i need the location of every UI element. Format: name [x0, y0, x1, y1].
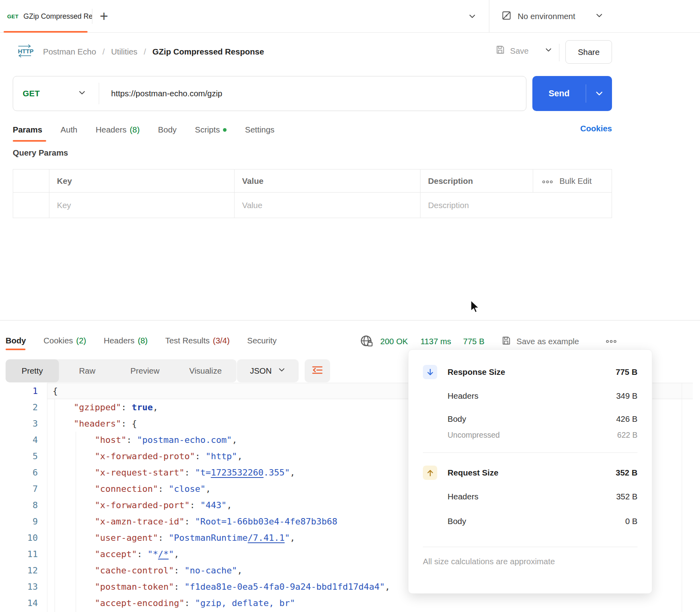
code-text: "host": "postman-echo.com",: [53, 432, 237, 448]
response-headers-label: Headers: [448, 391, 479, 401]
response-body-size: 426 B: [616, 414, 637, 424]
column-header-description: Description: [428, 170, 473, 193]
tab-count-badge: (8): [130, 125, 140, 134]
bulk-edit-button[interactable]: Bulk Edit: [542, 170, 592, 193]
language-selector[interactable]: JSON: [237, 359, 299, 382]
line-number[interactable]: 10: [0, 530, 38, 546]
language-chevron-icon: [278, 366, 285, 376]
line-number[interactable]: 4: [0, 432, 38, 448]
size-approximate-note: All size calculations are approximate: [423, 557, 555, 566]
value-input[interactable]: Value: [242, 193, 262, 218]
svg-text:HTTP: HTTP: [18, 48, 33, 55]
bulk-edit-label: Bulk Edit: [559, 176, 592, 186]
view-mode-visualize[interactable]: Visualize: [174, 359, 237, 382]
method-chevron-icon[interactable]: [78, 89, 86, 99]
tab-params[interactable]: Params: [13, 125, 42, 134]
code-line-14: 14 "accept-encoding": "gzip, deflate, br…: [0, 595, 700, 611]
tab-method-badge: GET: [7, 14, 19, 19]
more-dots-icon: [542, 176, 553, 186]
save-options-chevron-icon[interactable]: [545, 46, 552, 56]
breadcrumb-folder[interactable]: Utilities: [111, 47, 137, 57]
tab-label: Body: [6, 336, 26, 345]
format-wrap-button[interactable]: [305, 359, 330, 382]
code-text: {: [53, 383, 58, 399]
table-header-row: [13, 170, 612, 193]
tab-label: Cookies: [43, 336, 73, 345]
share-button[interactable]: Share: [565, 40, 612, 64]
tab-label: Headers: [96, 125, 127, 134]
format-icon: [311, 365, 323, 377]
tab-body[interactable]: Body: [158, 125, 177, 134]
tab-count-badge: (2): [76, 336, 86, 345]
request-tabs: ParamsAuthHeaders(8)BodyScriptsSettings: [13, 119, 274, 141]
line-number[interactable]: 9: [0, 513, 38, 530]
tab-headers[interactable]: Headers(8): [104, 336, 148, 345]
method-selector[interactable]: GET: [23, 89, 40, 98]
tab-label: Params: [13, 125, 42, 134]
environment-selector[interactable]: No environment: [501, 0, 603, 33]
code-text: "gzipped": true,: [53, 399, 158, 415]
url-input[interactable]: https://postman-echo.com/gzip: [111, 89, 222, 98]
url-divider: [99, 83, 99, 104]
network-info-icon[interactable]: [360, 333, 374, 350]
line-number[interactable]: 12: [0, 562, 38, 579]
line-number[interactable]: 3: [0, 415, 38, 432]
request-headers-label: Headers: [448, 492, 479, 501]
code-text: "user-agent": "PostmanRuntime/7.41.1",: [53, 530, 295, 546]
line-number[interactable]: 14: [0, 595, 38, 611]
http-request-icon: HTTP: [16, 43, 33, 61]
line-number[interactable]: 6: [0, 464, 38, 481]
tab-cookies[interactable]: Cookies(2): [43, 336, 86, 345]
tab-settings[interactable]: Settings: [245, 125, 274, 134]
view-mode-pretty[interactable]: Pretty: [6, 359, 59, 382]
request-body-label: Body: [448, 516, 466, 526]
tab-list-chevron-icon[interactable]: [468, 12, 476, 22]
send-label: Send: [532, 89, 586, 99]
breadcrumb: HTTP Postman Echo / Utilities / GZip Com…: [16, 41, 264, 62]
response-size-badge[interactable]: 775 B: [463, 333, 485, 350]
line-number[interactable]: 5: [0, 448, 38, 464]
tab-label: Settings: [245, 125, 274, 134]
new-tab-button[interactable]: +: [97, 9, 111, 24]
response-time-badge[interactable]: 1137 ms: [420, 333, 451, 350]
code-text: "x-forwarded-proto": "http",: [53, 448, 242, 464]
breadcrumb-workspace[interactable]: Postman Echo: [43, 47, 96, 57]
line-number[interactable]: 1: [0, 383, 38, 399]
request-url-bar: GET https://postman-echo.com/gzip: [13, 76, 526, 111]
pane-divider[interactable]: [0, 320, 700, 321]
tab-test-results[interactable]: Test Results(3/4): [165, 336, 230, 345]
response-status-badge[interactable]: 200 OK: [380, 333, 408, 350]
share-label: Share: [578, 47, 600, 57]
tab-headers[interactable]: Headers(8): [96, 125, 140, 134]
description-input[interactable]: Description: [428, 193, 469, 218]
line-number[interactable]: 8: [0, 497, 38, 513]
view-mode-raw[interactable]: Raw: [59, 359, 115, 382]
request-tab[interactable]: GET GZip Compressed Respo: [7, 0, 92, 33]
tab-label: Scripts: [195, 125, 220, 134]
line-number[interactable]: 2: [0, 399, 38, 415]
line-number[interactable]: 11: [0, 546, 38, 562]
environment-chevron-icon: [595, 12, 603, 21]
cookies-link[interactable]: Cookies: [580, 124, 612, 133]
key-input[interactable]: Key: [57, 193, 71, 218]
code-text: "x-forwarded-port": "443",: [53, 497, 232, 513]
save-as-example-label: Save as example: [516, 337, 579, 346]
tab-label: Security: [247, 336, 277, 345]
line-number[interactable]: 13: [0, 579, 38, 595]
tab-security[interactable]: Security: [247, 336, 277, 345]
view-mode-preview[interactable]: Preview: [115, 359, 174, 382]
save-as-example-button[interactable]: Save as example: [501, 333, 579, 350]
tab-auth[interactable]: Auth: [61, 125, 77, 134]
send-button[interactable]: Send: [532, 76, 612, 111]
line-number[interactable]: 7: [0, 481, 38, 497]
postman-app: GET GZip Compressed Respo + No environme…: [0, 0, 700, 612]
tab-scripts[interactable]: Scripts: [195, 125, 227, 134]
response-more-actions-icon[interactable]: [605, 333, 617, 350]
send-options-chevron-icon[interactable]: [586, 89, 612, 98]
code-text: "cache-control": "no-cache",: [53, 562, 242, 579]
request-size-title: Request Size: [448, 468, 499, 478]
tab-body[interactable]: Body: [6, 336, 26, 345]
topbar-divider: [489, 0, 489, 33]
scripts-dot-indicator: [223, 128, 227, 132]
save-button[interactable]: Save: [495, 45, 552, 57]
